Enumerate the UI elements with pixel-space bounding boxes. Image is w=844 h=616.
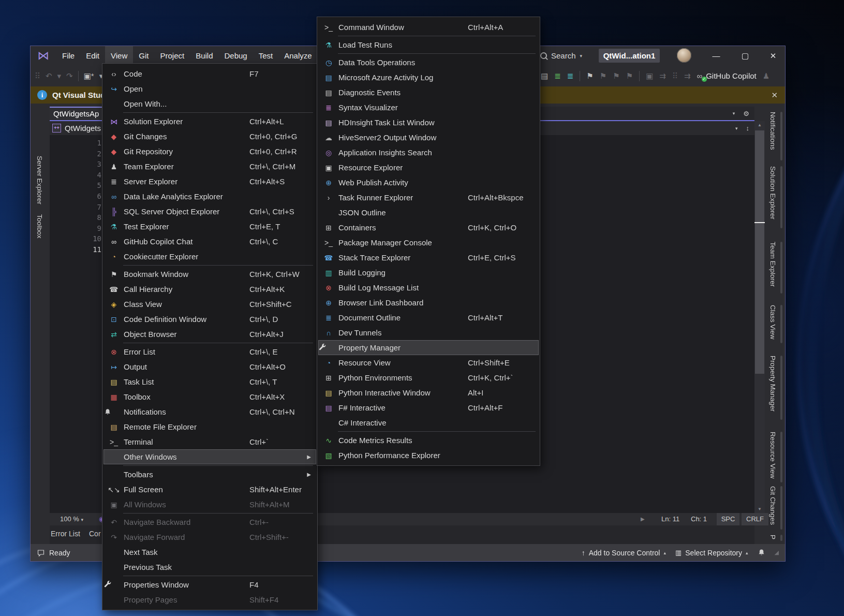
infobar-close-icon[interactable]: ✕	[771, 91, 778, 100]
panel-tab-error-list[interactable]: Error List	[51, 530, 80, 538]
menu-item-code-metrics-results[interactable]: ∿Code Metrics Results	[318, 433, 539, 448]
avatar[interactable]	[677, 48, 691, 63]
side-tab-resource-view[interactable]: Resource View	[769, 432, 777, 479]
menu-item-object-browser[interactable]: ⇄Object BrowserCtrl+Alt+J	[103, 327, 316, 342]
resize-grip-icon[interactable]: ◢	[775, 549, 779, 556]
previous-bookmark-icon[interactable]: ⚑	[600, 72, 606, 80]
bell-icon[interactable]	[758, 549, 765, 556]
menu-item-data-tools-operations[interactable]: ◷Data Tools Operations	[318, 55, 539, 70]
indent-guides-icon[interactable]: ≣	[554, 72, 561, 80]
menubar-item-view[interactable]: View	[105, 46, 133, 65]
menu-item-previous-task[interactable]: Previous Task	[103, 560, 316, 575]
menu-item-application-insights-search[interactable]: ◎Application Insights Search	[318, 145, 539, 160]
step-icons[interactable]: ⇉	[659, 72, 666, 80]
line-ending-indicator[interactable]: CRLF	[742, 513, 768, 525]
chevron-down-icon[interactable]: ▾	[735, 126, 738, 131]
menu-item-properties-window[interactable]: Properties WindowF4	[103, 577, 316, 592]
minimize-button[interactable]: —	[703, 46, 729, 65]
github-copilot-button[interactable]: ∞✓ GitHub Copilot	[697, 71, 757, 80]
menubar-item-git[interactable]: Git	[133, 46, 154, 65]
new-project-icon[interactable]: ▣*	[84, 72, 94, 80]
select-repository-button[interactable]: ▥ Select Repository ▴	[675, 549, 748, 557]
sidebar-tab-toolbox[interactable]: Toolbox	[36, 214, 43, 239]
menu-item-build-logging[interactable]: ▥Build Logging	[318, 265, 539, 280]
side-tab-p[interactable]: P	[769, 535, 777, 539]
paste-icon[interactable]: ▤	[541, 72, 548, 80]
menu-item-containers[interactable]: ⊞ContainersCtrl+K, Ctrl+O	[318, 220, 539, 235]
menu-item-package-manager-console[interactable]: >_Package Manager Console	[318, 235, 539, 250]
menu-item-open[interactable]: ↪Open	[103, 81, 316, 96]
account-project-button[interactable]: QtWid...ation1	[599, 49, 660, 63]
add-to-source-control-button[interactable]: ↑ Add to Source Control ▴	[582, 549, 666, 557]
menubar-item-build[interactable]: Build	[190, 46, 218, 65]
menubar-item-project[interactable]: Project	[154, 46, 190, 65]
menu-item-bookmark-window[interactable]: ⚑Bookmark WindowCtrl+K, Ctrl+W	[103, 267, 316, 282]
add-account-icon[interactable]: ♟	[763, 72, 769, 80]
menu-item-git-repository[interactable]: ◆Git RepositoryCtrl+0, Ctrl+R	[103, 144, 316, 159]
menu-item-diagnostic-events[interactable]: ▤Diagnostic Events	[318, 85, 539, 100]
menu-item-resource-explorer[interactable]: ▣Resource Explorer	[318, 160, 539, 175]
menu-item-toolbars[interactable]: Toolbars▶	[103, 467, 316, 482]
editor-scrollbar[interactable]: ▲ ▼	[754, 121, 765, 513]
menu-item-hiveserver2-output-window[interactable]: ☁HiveServer2 Output Window	[318, 130, 539, 145]
menu-item-task-list[interactable]: ▤Task ListCtrl+\, T	[103, 374, 316, 389]
menu-item-hdinsight-task-list-window[interactable]: ▤HDInsight Task List Window	[318, 115, 539, 130]
menu-item-data-lake-analytics-explorer[interactable]: ∞Data Lake Analytics Explorer	[103, 189, 316, 204]
menu-item-cookiecutter-explorer[interactable]: ◔Cookiecutter Explorer	[103, 249, 316, 264]
menu-item-test-explorer[interactable]: ⚗Test ExplorerCtrl+E, T	[103, 219, 316, 234]
side-tab-team-explorer[interactable]: Team Explorer	[769, 242, 777, 287]
menu-item-web-publish-activity[interactable]: ⊕Web Publish Activity	[318, 175, 539, 190]
menu-item-dev-tunnels[interactable]: ∩Dev Tunnels	[318, 325, 539, 340]
maximize-button[interactable]: ▢	[732, 46, 758, 65]
side-tab-property-manager[interactable]: Property Manager	[769, 356, 777, 412]
feedback-bubble-icon[interactable]	[37, 549, 45, 557]
spaces-indicator[interactable]: SPC	[717, 513, 739, 525]
menu-item-output[interactable]: ↦OutputCtrl+Alt+O	[103, 359, 316, 374]
menu-item-error-list[interactable]: ⊗Error ListCtrl+\, E	[103, 344, 316, 359]
toggle-bookmark-icon[interactable]: ⚑	[586, 72, 593, 80]
gear-icon[interactable]: ⚙	[743, 110, 749, 118]
side-tab-git-changes[interactable]: Git Changes	[769, 486, 777, 525]
menu-item-notifications[interactable]: NotificationsCtrl+\, Ctrl+N	[103, 404, 316, 419]
menu-item-property-manager[interactable]: Property Manager	[318, 340, 539, 355]
chevron-down-icon[interactable]: ▾	[733, 111, 735, 116]
menu-item-navigate-backward[interactable]: ↶Navigate BackwardCtrl+-	[103, 515, 316, 530]
scroll-up-icon[interactable]: ▲	[754, 123, 765, 127]
menu-item-git-changes[interactable]: ◆Git ChangesCtrl+0, Ctrl+G	[103, 129, 316, 144]
menu-item-python-interactive-window[interactable]: ▤Python Interactive WindowAlt+I	[318, 385, 539, 400]
menu-item-navigate-forward[interactable]: ↷Navigate ForwardCtrl+Shift+-	[103, 530, 316, 545]
menubar-item-analyze[interactable]: Analyze	[278, 46, 317, 65]
menu-item-resource-view[interactable]: ◔Resource ViewCtrl+Shift+E	[318, 355, 539, 370]
menu-item-full-screen[interactable]: ↖↘Full ScreenShift+Alt+Enter	[103, 482, 316, 497]
scroll-down-icon[interactable]: ▼	[754, 507, 765, 511]
menu-item-command-window[interactable]: >_Command WindowCtrl+Alt+A	[318, 20, 539, 35]
close-button[interactable]: ✕	[760, 46, 786, 65]
menu-item-browser-link-dashboard[interactable]: ⊕Browser Link Dashboard	[318, 295, 539, 310]
menu-item-class-view[interactable]: ◈Class ViewCtrl+Shift+C	[103, 297, 316, 312]
menu-item-property-pages[interactable]: Property PagesShift+F4	[103, 592, 316, 607]
scrollbar-thumb[interactable]	[755, 130, 764, 374]
menu-item-python-environments[interactable]: ⊞Python EnvironmentsCtrl+K, Ctrl+`	[318, 370, 539, 385]
chevron-down-icon[interactable]: ▾	[57, 72, 62, 80]
menu-item-c-interactive[interactable]: C# Interactive	[318, 415, 539, 430]
menu-item-open-with-[interactable]: Open With...	[103, 96, 316, 111]
menu-item-json-outline[interactable]: JSON Outline	[318, 205, 539, 220]
run-icons[interactable]: ⇉	[684, 72, 691, 80]
sort-lines-icon[interactable]: ≣	[567, 72, 574, 80]
menu-item-github-copilot-chat[interactable]: ∞GitHub Copilot ChatCtrl+\, C	[103, 234, 316, 249]
menu-item-code-definition-window[interactable]: ⊡Code Definition WindowCtrl+\, D	[103, 312, 316, 327]
menu-item-toolbox[interactable]: ▦ToolboxCtrl+Alt+X	[103, 389, 316, 404]
menu-item-task-runner-explorer[interactable]: ›Task Runner ExplorerCtrl+Alt+Bkspce	[318, 190, 539, 205]
menu-item-all-windows[interactable]: ▣All WindowsShift+Alt+M	[103, 497, 316, 512]
side-tab-class-view[interactable]: Class View	[769, 305, 777, 340]
menu-item-call-hierarchy[interactable]: ☎Call HierarchyCtrl+Alt+K	[103, 282, 316, 297]
menu-item-microsoft-azure-activity-log[interactable]: ▤Microsoft Azure Activity Log	[318, 70, 539, 85]
menu-item-terminal[interactable]: >_TerminalCtrl+`	[103, 434, 316, 449]
menu-item-code[interactable]: ‹›CodeF7	[103, 66, 316, 81]
menu-item-server-explorer[interactable]: ≣Server ExplorerCtrl+Alt+S	[103, 174, 316, 189]
search-box[interactable]: Search ▾	[540, 49, 582, 63]
side-tab-notifications[interactable]: Notifications	[769, 112, 777, 150]
menu-item-build-log-message-list[interactable]: ⊗Build Log Message List	[318, 280, 539, 295]
menubar-item-test[interactable]: Test	[253, 46, 279, 65]
panel-tab-clipped[interactable]: Cor	[89, 530, 102, 538]
